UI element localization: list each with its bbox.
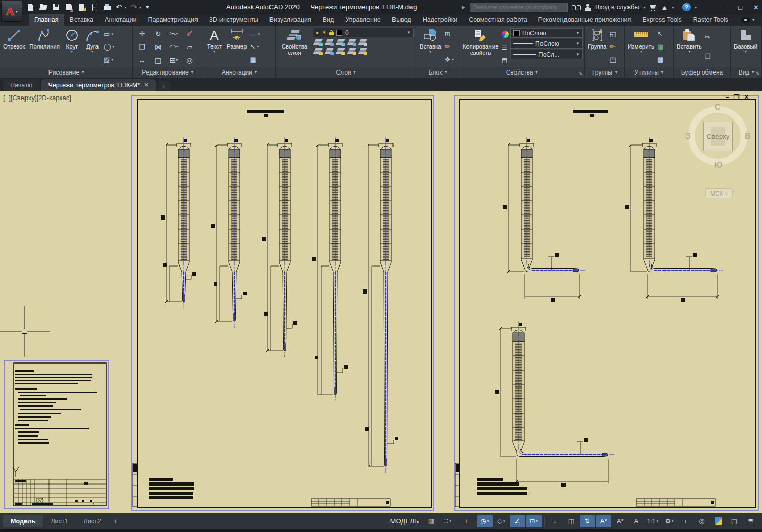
status-annotation-scale-button[interactable]: A (629, 515, 644, 527)
media-icon[interactable] (741, 17, 750, 23)
linetype-icon[interactable]: ▤ (502, 57, 509, 63)
close-file-tab-icon[interactable]: ✕ (144, 82, 149, 88)
panel-label-modify[interactable]: Редактирование▾ (133, 67, 203, 78)
ribbon-tab-параметризация[interactable]: Параметризация (142, 14, 204, 26)
maximize-button[interactable]: □ (738, 4, 742, 11)
match-properties-button[interactable]: Копирование свойств (461, 27, 500, 67)
color-wheel-icon[interactable] (502, 31, 509, 38)
status-clean-screen-button[interactable]: ▢ (727, 515, 742, 527)
cut-tool[interactable]: ✂ (705, 34, 711, 41)
file-tab-active[interactable]: Чертежи термометров ТТЖ-М*✕ (41, 79, 156, 91)
lineweight-dropdown[interactable]: ПоСлою▼ (510, 39, 583, 49)
tab-model[interactable]: Модель (3, 515, 43, 527)
save-web-icon[interactable] (90, 3, 99, 11)
erase-tool[interactable]: ✐ (182, 27, 198, 40)
mirror-tool[interactable]: ⋈ (150, 40, 166, 54)
dimension-button[interactable]: Размер (225, 27, 249, 67)
redo-icon[interactable]: ↷ (131, 3, 138, 11)
fillet-tool[interactable]: ◠▾ (166, 40, 182, 54)
layer-tool-icon[interactable] (313, 47, 322, 55)
minimize-button[interactable]: — (720, 4, 727, 11)
group-button[interactable]: Группа (586, 27, 608, 67)
offset-tool[interactable]: ◎ (182, 54, 198, 67)
ucs-selector[interactable]: МСК▽ (705, 188, 733, 198)
panel-label-clipboard[interactable]: Буфер обмена (674, 67, 730, 78)
dialog-launcher-icon[interactable]: ⇘ (578, 70, 582, 76)
file-tab-start[interactable]: Начало (3, 79, 40, 91)
status-osnap-button[interactable]: ⊡▾ (526, 515, 542, 527)
customize-qat-icon[interactable]: ▾ (146, 3, 149, 11)
ellipse-tool[interactable]: ◯▾ (104, 43, 114, 51)
polyline-button[interactable]: Полилиния (28, 27, 61, 67)
dialog-launcher-icon[interactable]: ⇘ (755, 70, 759, 76)
search-icon[interactable] (572, 4, 581, 10)
group-select-tool[interactable]: ◳ (609, 56, 616, 63)
layer-tool-icon[interactable] (347, 39, 356, 46)
quick-select-tool[interactable]: ↖ (657, 31, 663, 38)
tab-layout2[interactable]: Лист2 (76, 515, 109, 527)
status-selection-cycling-button[interactable]: ⇅ (580, 515, 595, 527)
status-ortho-button[interactable]: ∟ (461, 515, 476, 527)
status-quick-measure-button[interactable]: + (678, 515, 693, 527)
hatch-tool[interactable]: ▨▾ (104, 56, 114, 63)
ribbon-tab-raster-tools[interactable]: Raster Tools (687, 14, 734, 26)
search-expand-icon[interactable]: ▶ (462, 5, 465, 10)
new-layout-button[interactable]: + (109, 515, 123, 527)
app-menu-button[interactable]: A▾ (1, 1, 22, 22)
new-icon[interactable] (27, 3, 35, 11)
block-edit-tool[interactable]: ✏ (445, 43, 454, 51)
panel-label-view[interactable]: Вид▾⇘ (731, 67, 761, 78)
open-icon[interactable] (39, 3, 47, 11)
layer-tool-icon[interactable] (335, 47, 345, 55)
layer-tool-icon[interactable] (347, 47, 356, 55)
mode-label[interactable]: МОДЕЛЬ (390, 518, 419, 525)
copy-clip-tool[interactable]: ❐ (705, 53, 711, 60)
ribbon-tab-главная[interactable]: Главная (29, 14, 64, 26)
insert-block-button[interactable]: Вставка▾ (418, 27, 443, 67)
panel-label-block[interactable]: Блок▾ (416, 67, 459, 78)
status-transparency-button[interactable]: ◫ (563, 515, 579, 527)
panel-label-properties[interactable]: Свойства▾⇘ (459, 67, 584, 78)
copy-tool[interactable]: ❐ (134, 40, 150, 54)
help-icon[interactable]: ? (682, 3, 691, 11)
ribbon-tab-аннотации[interactable]: Аннотации (99, 14, 142, 26)
base-view-button[interactable]: Базовый▾ (732, 27, 759, 67)
user-icon[interactable] (585, 4, 591, 11)
group-edit-tool[interactable]: ✏ (609, 43, 616, 51)
status-isolate-objects-button[interactable]: ◎ (694, 515, 709, 527)
layer-tool-icon[interactable] (324, 47, 333, 55)
status-grid-button[interactable]: ▦ (424, 515, 439, 527)
search-input[interactable] (473, 4, 564, 10)
status-graphics-performance-button[interactable] (710, 515, 726, 527)
ribbon-tab-вид[interactable]: Вид (317, 14, 340, 26)
status-snap-button[interactable]: ∷▾ (440, 515, 455, 527)
select-similar-tool[interactable]: ▩ (657, 43, 663, 51)
save-icon[interactable] (52, 3, 60, 11)
leader-tool[interactable]: ↖▾ (250, 43, 260, 51)
ribbon-tab-3d-инструменты[interactable]: 3D-инструменты (204, 14, 264, 26)
plot-icon[interactable] (103, 3, 111, 11)
layer-tool-icon[interactable] (313, 39, 322, 46)
measure-button[interactable]: Измерить▾ (626, 27, 656, 67)
status-annotation-visibility-button[interactable]: A° (596, 515, 611, 527)
ribbon-tab-вставка[interactable]: Вставка (64, 14, 99, 26)
drawing-minimize-button[interactable]: – (726, 93, 729, 101)
layer-properties-button[interactable]: Свойства слоя (277, 27, 312, 67)
status-scale-value-button[interactable]: 1:1▾ (645, 515, 660, 527)
dim-linear-tool[interactable]: ↔▾ (250, 31, 260, 38)
line-button[interactable]: Отрезок (2, 27, 27, 67)
layer-dropdown[interactable]: ● ☀ 0 ▼ (313, 28, 414, 37)
scale-tool[interactable]: ◰ (150, 54, 166, 67)
linetype-dropdown[interactable]: ПоСл...▼ (510, 50, 583, 59)
panel-label-draw[interactable]: Рисование▾ (0, 67, 132, 78)
status-settings-button[interactable]: ⚙▾ (661, 515, 677, 527)
layer-tool-icon[interactable] (358, 47, 367, 55)
ribbon-tab-совместная-работа[interactable]: Совместная работа (463, 14, 532, 26)
block-attributes-tool[interactable]: ❖▾ (445, 56, 454, 63)
store-cart-icon[interactable] (649, 4, 657, 11)
block-create-tool[interactable]: ⊞ (445, 31, 454, 38)
panel-label-groups[interactable]: Группы▾ (585, 67, 624, 78)
ungroup-tool[interactable]: ◱ (609, 31, 616, 38)
lineweight-icon[interactable]: ☰ (502, 44, 509, 51)
rotate-tool[interactable]: ↻ (150, 27, 166, 40)
